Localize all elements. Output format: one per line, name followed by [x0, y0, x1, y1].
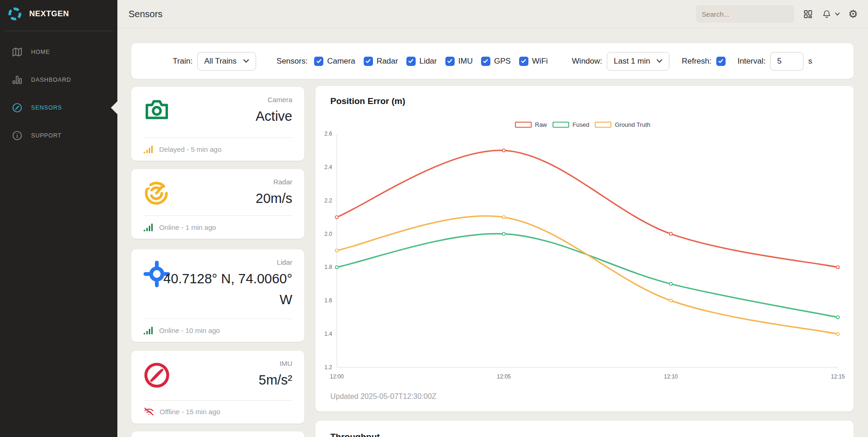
svg-text:1.8: 1.8 — [324, 264, 332, 270]
chart-updated-timestamp: Updated 2025-05-07T12:30:00Z — [330, 392, 437, 401]
status-text: Online - 10 min ago — [159, 326, 220, 334]
throughput-chart-card: Throughput — [315, 421, 854, 437]
checkbox-refresh[interactable] — [716, 57, 726, 66]
sensor-card-camera[interactable]: Camera Active Delayed - 5 min ago — [131, 87, 304, 161]
svg-text:2.0: 2.0 — [324, 231, 332, 237]
sensors-filter-label: Sensors: — [276, 57, 308, 66]
sidebar-item-label: SENSORS — [31, 104, 62, 111]
sidebar-divider — [5, 31, 113, 31]
sensor-value: 5m/s² — [158, 370, 292, 391]
svg-text:2.6: 2.6 — [324, 130, 332, 137]
checkbox-lidar[interactable]: Lidar — [406, 57, 437, 66]
filter-bar: Train: All Trains Sensors: Camera Radar … — [131, 43, 854, 79]
compass-icon — [12, 102, 23, 113]
sidebar: NEXTGEN HOME DASHBOARD — [0, 0, 117, 437]
train-filter-label: Train: — [173, 57, 193, 66]
checkbox-wifi[interactable]: WiFi — [519, 57, 548, 66]
position-error-chart-card: Position Error (m) Raw Fused Ground Trut… — [315, 86, 854, 411]
status-text: Delayed - 5 min ago — [159, 145, 221, 153]
svg-text:1.4: 1.4 — [324, 331, 332, 337]
svg-text:12:05: 12:05 — [497, 373, 511, 380]
refresh-filter-label: Refresh: — [682, 57, 711, 66]
sensor-card-partial[interactable] — [131, 431, 304, 437]
brand-logo-icon — [7, 6, 23, 22]
window-select[interactable]: Last 1 min — [607, 52, 669, 71]
svg-text:1.6: 1.6 — [324, 297, 332, 304]
interval-unit-label: s — [808, 57, 812, 66]
checkbox-imu[interactable]: IMU — [445, 57, 473, 66]
sensor-status: Online - 10 min ago — [143, 326, 220, 335]
line-chart-plot: 2.62.42.22.01.81.61.41.212:0012:0512:101… — [315, 86, 854, 411]
searchbox — [696, 5, 794, 23]
sensor-card-radar[interactable]: Radar 20m/s Online - 1 min ago — [131, 169, 304, 239]
chart-title: Throughput — [330, 432, 380, 437]
notifications-bell-icon[interactable] — [822, 9, 840, 19]
signal-bars-icon — [143, 145, 154, 154]
chevron-down-icon — [656, 59, 662, 63]
checkbox-radar[interactable]: Radar — [364, 57, 398, 66]
sensor-checkbox-group: Camera Radar Lidar IMU GPS — [314, 57, 552, 66]
sensor-status: Delayed - 5 min ago — [143, 145, 221, 154]
info-icon — [12, 130, 23, 141]
topbar: Sensors — [117, 0, 868, 28]
sensor-type-label: Lidar — [277, 258, 292, 266]
card-divider — [143, 400, 292, 401]
svg-text:2.2: 2.2 — [324, 197, 332, 204]
card-divider — [143, 215, 292, 216]
sensor-status: Offline - 15 min ago — [143, 407, 220, 417]
layout-grid-icon[interactable] — [803, 9, 813, 20]
checkbox-checked — [314, 57, 323, 66]
sensor-type-label: Radar — [273, 178, 292, 186]
sensor-card-imu[interactable]: IMU 5m/s² Offline - 15 min ago — [131, 351, 304, 424]
sensor-card-lidar[interactable]: Lidar 40.7128° N, 74.0060° W Online - 10… — [131, 249, 304, 342]
app-root: NEXTGEN HOME DASHBOARD — [0, 0, 868, 437]
svg-text:12:00: 12:00 — [330, 373, 344, 380]
chevron-down-icon — [243, 59, 249, 63]
svg-text:2.4: 2.4 — [324, 164, 332, 170]
interval-filter-label: Interval: — [738, 57, 765, 66]
sidebar-item-label: HOME — [31, 49, 50, 55]
page-title: Sensors — [129, 9, 162, 20]
card-divider — [143, 319, 292, 319]
chevron-down-icon — [835, 13, 840, 16]
signal-bars-icon — [143, 223, 154, 232]
signal-bars-icon — [143, 326, 154, 335]
card-divider — [143, 137, 292, 138]
sidebar-menu: HOME DASHBOARD SENSORS — [0, 38, 117, 150]
sidebar-item-home[interactable]: HOME — [0, 38, 117, 66]
map-icon — [12, 46, 23, 58]
sidebar-item-dashboard[interactable]: DASHBOARD — [0, 66, 117, 94]
sensor-type-label: Camera — [268, 96, 292, 104]
sensor-status: Online - 1 min ago — [143, 223, 216, 232]
svg-text:12:10: 12:10 — [664, 373, 678, 380]
sidebar-item-support[interactable]: SUPPORT — [0, 122, 117, 150]
bar-chart-icon — [12, 74, 23, 85]
status-text: Offline - 15 min ago — [160, 408, 220, 416]
train-select[interactable]: All Trains — [197, 52, 256, 71]
sidebar-item-label: SUPPORT — [31, 132, 62, 139]
sensor-type-label: IMU — [280, 359, 293, 367]
sensor-value: 40.7128° N, 74.0060° W — [158, 268, 292, 310]
sidebar-item-sensors[interactable]: SENSORS — [0, 94, 117, 122]
wifi-off-icon — [143, 407, 154, 417]
brand[interactable]: NEXTGEN — [0, 0, 117, 28]
active-item-notch — [111, 101, 117, 114]
sensor-value: Active — [158, 106, 292, 127]
sidebar-item-label: DASHBOARD — [31, 77, 71, 83]
svg-text:12:15: 12:15 — [831, 373, 845, 380]
sensor-value: 20m/s — [158, 188, 292, 209]
settings-gear-icon[interactable]: ⚙ — [848, 9, 858, 20]
brand-name: NEXTGEN — [29, 9, 69, 19]
checkbox-gps[interactable]: GPS — [481, 57, 511, 66]
interval-input[interactable] — [770, 52, 804, 71]
train-select-value: All Trains — [204, 57, 237, 66]
window-filter-label: Window: — [572, 57, 602, 66]
checkbox-camera[interactable]: Camera — [314, 57, 355, 66]
window-select-value: Last 1 min — [614, 57, 650, 66]
svg-text:1.2: 1.2 — [324, 364, 332, 371]
topbar-actions: ⚙ — [696, 5, 858, 23]
search-input[interactable] — [696, 5, 794, 23]
status-text: Online - 1 min ago — [159, 223, 216, 231]
